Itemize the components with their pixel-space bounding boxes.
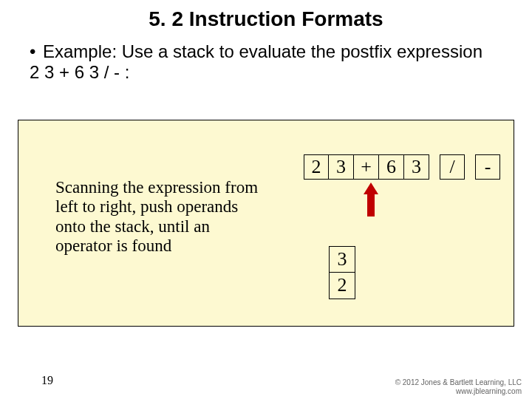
- token-cell: /: [440, 154, 465, 180]
- stack-column: 3 2: [329, 246, 355, 299]
- bullet-text: Example: Use a stack to evaluate the pos…: [30, 41, 482, 82]
- token-cell: -: [475, 154, 500, 180]
- token-gap: [429, 154, 440, 180]
- copyright-notice: © 2012 Jones & Bartlett Learning, LLC ww…: [395, 378, 522, 396]
- token-cell: 6: [379, 154, 404, 180]
- content-panel: Scanning the expression from left to rig…: [18, 120, 514, 327]
- example-bullet: •Example: Use a stack to evaluate the po…: [30, 41, 488, 83]
- description-text: Scanning the expression from left to rig…: [55, 178, 270, 256]
- stack-cell: 2: [329, 273, 355, 299]
- token-cell: 2: [304, 154, 329, 180]
- slide: 5. 2 Instruction Formats •Example: Use a…: [0, 7, 532, 399]
- bullet-dot: •: [30, 41, 43, 62]
- token-cell: +: [354, 154, 379, 180]
- token-cell: 3: [329, 154, 354, 180]
- copyright-url: www.jblearning.com: [395, 387, 522, 396]
- page-number: 19: [41, 374, 53, 387]
- token-cell: 3: [404, 154, 429, 180]
- token-gap: [465, 154, 475, 180]
- token-row: 2 3 + 6 3 / -: [304, 154, 500, 180]
- pointer-arrow-icon: [364, 183, 378, 216]
- slide-title: 5. 2 Instruction Formats: [0, 7, 532, 31]
- stack-cell: 3: [329, 246, 355, 273]
- copyright-line: © 2012 Jones & Bartlett Learning, LLC: [395, 378, 522, 387]
